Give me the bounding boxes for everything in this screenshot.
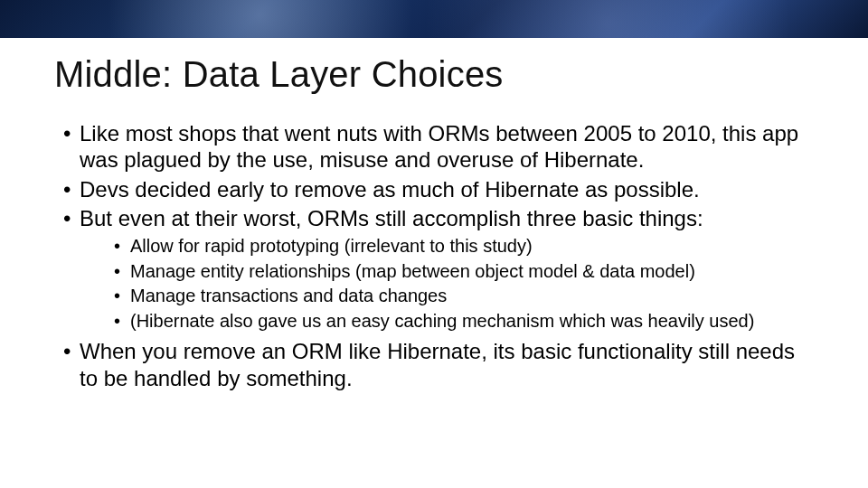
list-item: Allow for rapid prototyping (irrelevant … — [114, 235, 814, 258]
bullet-text: Like most shops that went nuts with ORMs… — [80, 121, 798, 172]
bullet-list: Like most shops that went nuts with ORMs… — [63, 120, 814, 391]
list-item: When you remove an ORM like Hibernate, i… — [63, 338, 814, 391]
bullet-text: Manage transactions and data changes — [130, 286, 447, 305]
list-item: Manage entity relationships (map between… — [114, 260, 814, 284]
list-item: (Hibernate also gave us an easy caching … — [114, 310, 814, 333]
bullet-text: Allow for rapid prototyping (irrelevant … — [130, 236, 533, 256]
slide-content: Middle: Data Layer Choices Like most sho… — [0, 38, 868, 391]
list-item: Devs decided early to remove as much of … — [63, 176, 814, 202]
bullet-text: When you remove an ORM like Hibernate, i… — [80, 339, 795, 389]
bullet-text: Devs decided early to remove as much of … — [80, 177, 700, 202]
bullet-text: But even at their worst, ORMs still acco… — [80, 206, 703, 230]
bullet-text: (Hibernate also gave us an easy caching … — [130, 311, 754, 331]
list-item: Manage transactions and data changes — [114, 285, 814, 308]
sub-bullet-list: Allow for rapid prototyping (irrelevant … — [114, 235, 814, 333]
list-item: Like most shops that went nuts with ORMs… — [63, 120, 814, 174]
list-item: But even at their worst, ORMs still acco… — [63, 205, 814, 333]
bullet-text: Manage entity relationships (map between… — [130, 261, 695, 281]
slide-title: Middle: Data Layer Choices — [54, 54, 814, 95]
decorative-banner — [0, 0, 868, 38]
